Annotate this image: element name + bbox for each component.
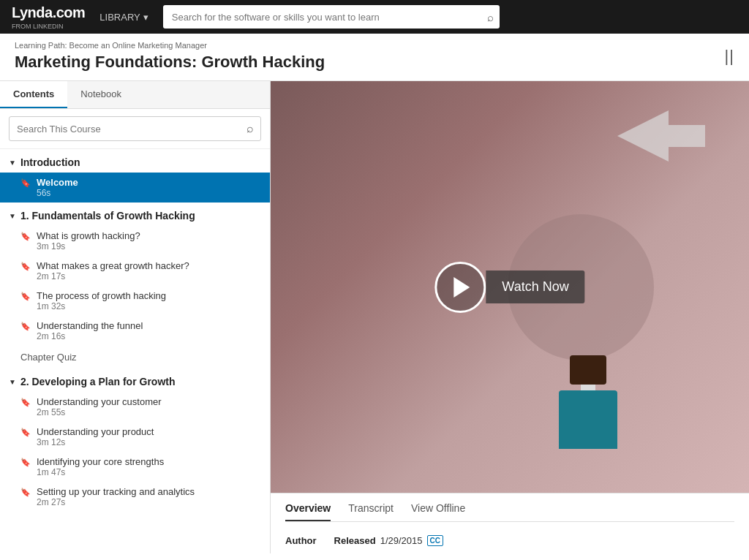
tab-notebook[interactable]: Notebook (67, 81, 135, 108)
section-title: 2. Developing a Plan for Growth (20, 376, 176, 387)
chevron-down-icon: ▾ (143, 12, 148, 23)
page-header: Learning Path: Become an Online Marketin… (0, 34, 749, 81)
page-title: Marketing Foundations: Growth Hacking (15, 53, 325, 72)
item-info: What makes a great growth hacker? 2m 17s (37, 260, 189, 281)
nav-search-input[interactable] (163, 5, 500, 29)
released-info: Released 1/29/2015 CC (334, 535, 443, 546)
item-title: Understanding the funnel (37, 320, 143, 331)
bookmark-icon: 🔖 (20, 428, 31, 437)
bookmark-icon: 🔖 (20, 398, 31, 407)
list-item[interactable]: 🔖 Understanding your product 3m 12s (0, 422, 270, 452)
item-title: Welcome (37, 177, 78, 188)
play-triangle-icon (453, 277, 470, 298)
item-duration: 56s (37, 188, 78, 198)
bookmark-icon: 🔖 (20, 488, 31, 497)
item-info: Identifying your core strengths 1m 47s (37, 456, 164, 477)
bookmark-icon: 🔖 (20, 292, 31, 301)
bookmark-icon: 🔖 (20, 322, 31, 331)
item-info: Understanding the funnel 2m 16s (37, 320, 143, 341)
list-item[interactable]: 🔖 What is growth hacking? 3m 19s (0, 226, 270, 256)
item-title: What is growth hacking? (37, 230, 140, 241)
overview-area: Overview Transcript View Offline Author … (271, 493, 749, 553)
list-item[interactable]: 🔖 Setting up your tracking and analytics… (0, 482, 270, 512)
top-navigation: Lynda.com FROM LINKEDIN LIBRARY ▾ ⌕ (0, 0, 749, 34)
watch-now-label: Watch Now (486, 270, 584, 303)
nav-search-icon[interactable]: ⌕ (487, 11, 494, 23)
collapse-icon: ▼ (9, 212, 16, 220)
item-info: What is growth hacking? 3m 19s (37, 230, 140, 251)
tab-view-offline[interactable]: View Offline (411, 502, 465, 521)
item-info: Welcome 56s (37, 177, 78, 198)
item-duration: 1m 47s (37, 467, 164, 477)
nav-search-container: ⌕ (163, 5, 500, 29)
collapse-icon: ▼ (9, 159, 16, 167)
chapter-quiz-label: Chapter Quiz (0, 346, 270, 368)
video-area: Watch Now (271, 81, 749, 493)
list-item[interactable]: 🔖 Understanding your customer 2m 55s (0, 392, 270, 422)
logo-text: Lynda.com (12, 4, 85, 21)
item-duration: 2m 27s (37, 497, 195, 507)
library-label: LIBRARY (99, 12, 140, 23)
section-fundamentals[interactable]: ▼ 1. Fundamentals of Growth Hacking (0, 203, 270, 226)
item-duration: 3m 12s (37, 437, 154, 447)
char-head (570, 355, 606, 385)
item-info: Understanding your product 3m 12s (37, 426, 154, 447)
item-duration: 2m 16s (37, 331, 143, 341)
item-duration: 2m 17s (37, 271, 189, 281)
item-title: What makes a great growth hacker? (37, 260, 189, 271)
bookmark-icon: 🔖 (20, 458, 31, 467)
item-duration: 2m 55s (37, 407, 162, 417)
sidebar-content: ▼ Introduction 🔖 Welcome 56s ▼ 1. Fundam… (0, 149, 270, 553)
tab-contents[interactable]: Contents (0, 81, 67, 108)
released-date: 1/29/2015 (380, 535, 423, 546)
collapse-icon: ▼ (9, 378, 16, 386)
tab-overview[interactable]: Overview (285, 502, 331, 521)
logo-subtitle: FROM LINKEDIN (12, 23, 85, 30)
bookmark-icon: 🔖 (20, 232, 31, 241)
sidebar-toggle-button[interactable]: || (725, 47, 734, 66)
course-search-input[interactable] (9, 116, 261, 141)
list-item[interactable]: 🔖 Understanding the funnel 2m 16s (0, 316, 270, 346)
tab-transcript[interactable]: Transcript (348, 502, 394, 521)
item-info: The process of growth hacking 1m 32s (37, 290, 166, 311)
list-item[interactable]: 🔖 The process of growth hacking 1m 32s (0, 286, 270, 316)
overview-tabs: Overview Transcript View Offline (285, 502, 734, 522)
course-search-container: ⌕ (0, 109, 270, 149)
logo: Lynda.com FROM LINKEDIN (12, 4, 85, 30)
section-introduction[interactable]: ▼ Introduction (0, 149, 270, 173)
overview-meta: Author Released 1/29/2015 CC (285, 529, 734, 546)
library-button[interactable]: LIBRARY ▾ (94, 12, 154, 23)
play-button[interactable]: Watch Now (434, 262, 584, 313)
item-title: The process of growth hacking (37, 290, 166, 301)
char-torso (559, 390, 617, 449)
header-info: Learning Path: Become an Online Marketin… (15, 41, 325, 72)
bookmark-icon: 🔖 (20, 178, 31, 188)
item-title: Setting up your tracking and analytics (37, 486, 195, 497)
bookmark-icon: 🔖 (20, 262, 31, 271)
item-title: Understanding your product (37, 426, 154, 437)
play-circle (434, 262, 486, 313)
sidebar: Contents Notebook ⌕ ▼ Introduction 🔖 Wel… (0, 81, 271, 553)
item-duration: 3m 19s (37, 241, 140, 251)
released-label: Released (334, 535, 376, 546)
course-search-icon[interactable]: ⌕ (246, 122, 254, 135)
list-item[interactable]: 🔖 What makes a great growth hacker? 2m 1… (0, 256, 270, 286)
breadcrumb: Learning Path: Become an Online Marketin… (15, 41, 325, 50)
author-label: Author (285, 535, 317, 546)
item-info: Understanding your customer 2m 55s (37, 396, 162, 417)
content-panel: Watch Now Overview Transcript View Offli… (271, 81, 749, 553)
character (559, 355, 617, 449)
section-plan-for-growth[interactable]: ▼ 2. Developing a Plan for Growth (0, 368, 270, 392)
main-layout: Contents Notebook ⌕ ▼ Introduction 🔖 Wel… (0, 81, 749, 553)
item-title: Identifying your core strengths (37, 456, 164, 467)
item-info: Setting up your tracking and analytics 2… (37, 486, 195, 507)
section-title: Introduction (20, 156, 80, 168)
cc-badge: CC (427, 535, 443, 546)
item-title: Understanding your customer (37, 396, 162, 407)
sidebar-tabs: Contents Notebook (0, 81, 270, 109)
arrow-graphic (617, 110, 705, 162)
list-item[interactable]: 🔖 Welcome 56s (0, 173, 270, 203)
item-duration: 1m 32s (37, 301, 166, 311)
section-title: 1. Fundamentals of Growth Hacking (20, 210, 195, 222)
list-item[interactable]: 🔖 Identifying your core strengths 1m 47s (0, 452, 270, 482)
